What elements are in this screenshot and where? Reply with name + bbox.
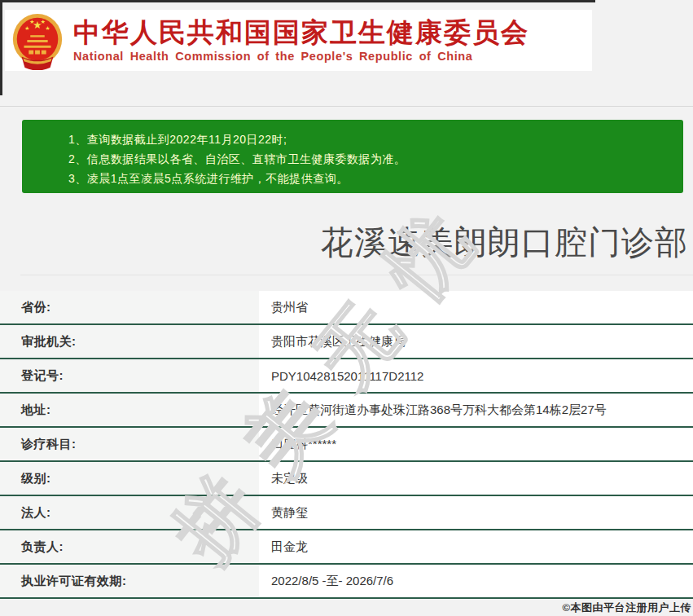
svg-text:★: ★ bbox=[24, 25, 29, 31]
field-value: 口腔科****** bbox=[259, 428, 693, 460]
screenshot-edge-top bbox=[0, 0, 595, 2]
field-value: 贵州省 bbox=[259, 291, 693, 323]
svg-text:★: ★ bbox=[41, 18, 46, 24]
table-row: 省份: 贵州省 bbox=[0, 291, 693, 325]
table-row: 诊疗科目: 口腔科****** bbox=[0, 428, 693, 462]
field-label: 法人: bbox=[0, 496, 259, 529]
site-title-chinese: 中华人民共和国国家卫生健康委员会 bbox=[73, 18, 529, 47]
field-label: 地址: bbox=[0, 394, 259, 426]
title-underline bbox=[20, 275, 693, 275]
field-label: 审批机关: bbox=[0, 325, 259, 358]
table-row: 执业许可证有效期: 2022/8/5 -至- 2026/7/6 bbox=[0, 565, 693, 599]
china-national-emblem-icon: ★ ★ ★ ★ ★ bbox=[10, 11, 65, 70]
table-row: 级别: 未定级 bbox=[0, 462, 693, 496]
notice-line-2: 2、信息数据结果以各省、自治区、直辖市卫生健康委数据为准。 bbox=[68, 149, 683, 169]
institution-name-title: 花溪速美朗朗口腔门诊部 bbox=[321, 220, 688, 265]
notice-line-3: 3、凌晨1点至凌晨5点系统进行维护，不能提供查询。 bbox=[68, 169, 683, 188]
field-label: 执业许可证有效期: bbox=[0, 565, 259, 597]
field-value: 贵阳市花溪区卫生健康局 bbox=[259, 325, 693, 358]
institution-info-table: 省份: 贵州省 审批机关: 贵阳市花溪区卫生健康局 登记号: PDY104281… bbox=[0, 291, 693, 599]
table-row: 审批机关: 贵阳市花溪区卫生健康局 bbox=[0, 325, 693, 359]
table-row: 地址: 经开区黄河街道办事处珠江路368号万科大都会第14栋2层27号 bbox=[0, 394, 693, 428]
table-row: 负责人: 田金龙 bbox=[0, 530, 693, 565]
field-value: 2022/8/5 -至- 2026/7/6 bbox=[259, 565, 693, 597]
site-title-block: 中华人民共和国国家卫生健康委员会 National Health Commiss… bbox=[73, 18, 529, 63]
svg-text:★: ★ bbox=[46, 25, 50, 31]
field-label: 级别: bbox=[0, 462, 259, 495]
svg-text:★: ★ bbox=[29, 18, 34, 24]
field-label: 登记号: bbox=[0, 359, 259, 392]
screenshot-edge-left bbox=[0, 0, 2, 95]
field-label: 诊疗科目: bbox=[0, 428, 259, 460]
table-row: 登记号: PDY10428152011117D2112 bbox=[0, 359, 693, 394]
field-label: 负责人: bbox=[0, 530, 259, 563]
field-label: 省份: bbox=[0, 291, 259, 323]
site-header: ★ ★ ★ ★ ★ 中华人民共和国国家卫生健康委员会 National Heal… bbox=[5, 10, 592, 71]
table-row: 法人: 黄静玺 bbox=[0, 496, 693, 530]
field-value: PDY10428152011117D2112 bbox=[259, 359, 693, 392]
upload-credit-watermark: ©本图由平台注册用户上传 bbox=[562, 601, 691, 615]
site-title-english: National Health Commission of the People… bbox=[73, 50, 529, 63]
field-value: 田金龙 bbox=[259, 530, 693, 563]
field-value: 经开区黄河街道办事处珠江路368号万科大都会第14栋2层27号 bbox=[259, 394, 693, 426]
notice-line-1: 1、查询数据截止到2022年11月20日22时; bbox=[68, 130, 683, 149]
field-value: 黄静玺 bbox=[259, 496, 693, 529]
header-divider bbox=[0, 106, 693, 107]
field-value: 未定级 bbox=[259, 462, 693, 495]
query-notice-banner: 1、查询数据截止到2022年11月20日22时; 2、信息数据结果以各省、自治区… bbox=[22, 120, 683, 193]
